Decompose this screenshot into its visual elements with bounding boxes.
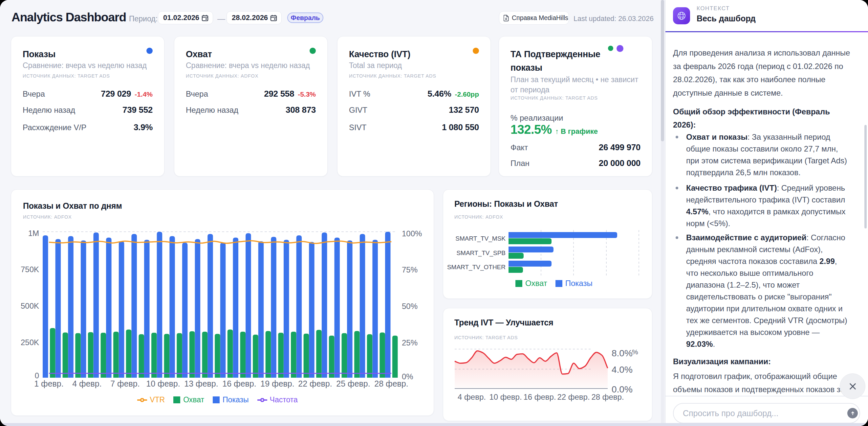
svg-text:16 февр.: 16 февр. [523,393,556,401]
svg-text:22 февр.: 22 февр. [557,393,590,401]
svg-text:4.0%: 4.0% [612,365,632,375]
svg-text:4 февр.: 4 февр. [458,393,486,401]
svg-text:28 февр.: 28 февр. [591,393,624,401]
svg-text:%: % [632,348,638,356]
svg-text:8.0%: 8.0% [612,348,632,358]
svg-text:10 февр.: 10 февр. [489,393,522,401]
